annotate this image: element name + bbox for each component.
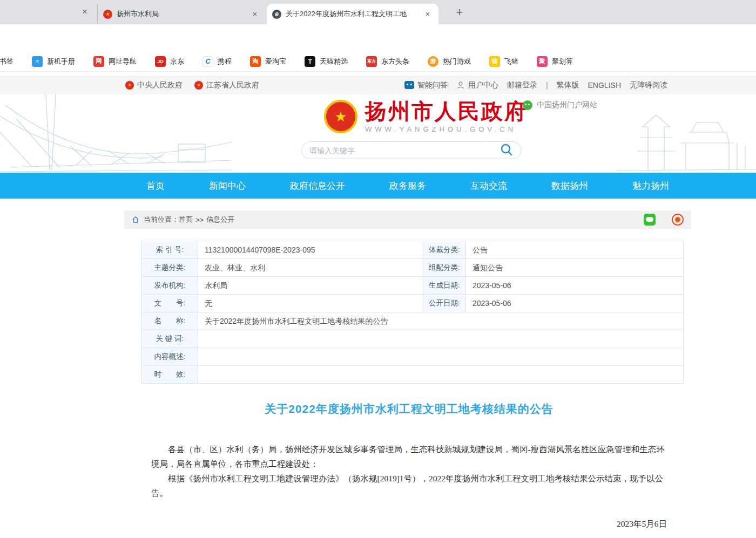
meta-label: 关 键 词: (142, 330, 198, 348)
share-wechat-icon[interactable] (644, 214, 656, 226)
browser-toolbar: 不安全 yangzhou.gov.cn/yzszxxgk/slj/202305/… (0, 24, 756, 51)
bookmark-jd[interactable]: JD 京东 (155, 56, 184, 67)
meta-value-index-number: 11321000014407098E-2023-095 (198, 241, 423, 259)
meta-value-title: 关于2022年度扬州市水利工程文明工地考核结果的公告 (198, 312, 684, 330)
breadcrumb-separator: >> (195, 216, 204, 224)
meta-value-keywords (198, 330, 684, 348)
bookmark-hot-games[interactable]: 游 热门游戏 (428, 56, 471, 67)
search-icon[interactable] (500, 142, 514, 159)
search-input[interactable] (309, 146, 500, 155)
new-tab-button[interactable]: + (451, 5, 468, 21)
nav-gov-info-disclosure[interactable]: 政府信息公开 (290, 180, 345, 192)
bookmark-juhuasuan[interactable]: 聚 聚划算 (537, 56, 573, 67)
link-label: 用户中心 (468, 80, 498, 90)
tmall-icon: T (305, 56, 315, 67)
link-label: 智能问答 (417, 80, 448, 90)
close-icon[interactable]: × (422, 9, 433, 19)
nav-data-yangzhou[interactable]: 数据扬州 (551, 180, 588, 192)
bookmark-aitaobao[interactable]: 淘 爱淘宝 (250, 56, 286, 67)
meta-value-group: 通知公告 (466, 259, 684, 277)
meta-value-public-date: 2023-05-06 (466, 295, 684, 312)
bookmark-label: 携程 (218, 57, 232, 66)
nav-interaction[interactable]: 互动交流 (470, 180, 507, 192)
bookmarks-bar: 机书签 ≡ 新机手册 网 网址导航 JD 京东 C 携程 淘 爱淘宝 T 天猫精… (0, 51, 756, 72)
meta-label: 名 称: (142, 312, 198, 330)
games-icon: 游 (428, 56, 438, 67)
meta-value-created-date: 2023-05-06 (466, 277, 684, 295)
taobao-icon: 淘 (250, 56, 261, 67)
pagoda-artwork (616, 94, 756, 173)
nav-news-center[interactable]: 新闻中心 (209, 180, 246, 192)
meta-value-validity (198, 366, 684, 384)
meta-label: 组配分类: (423, 259, 466, 277)
link-traditional-chinese[interactable]: 繁体版 (557, 80, 579, 90)
bookmark-label: 爱淘宝 (265, 57, 286, 66)
link-label: 无障碍阅读 (630, 80, 667, 90)
bookmark-label: 网址导航 (109, 57, 137, 66)
site-title: 扬州市人民政府 (365, 100, 528, 124)
meta-value-topic: 农业、林业、水利 (198, 259, 423, 277)
link-smart-qa[interactable]: 智能问答 (404, 80, 448, 90)
bookmark-label: 东方头条 (381, 57, 409, 66)
bookmark-xinji-manual[interactable]: ≡ 新机手册 (32, 56, 75, 67)
jd-icon: JD (155, 56, 166, 67)
table-row: 关 键 词: (142, 330, 683, 348)
meta-value-genre: 公告 (466, 241, 684, 259)
bookmark-ctrip[interactable]: C 携程 (202, 56, 232, 67)
bookmark-label: 飞猪 (504, 57, 518, 66)
bookmark-url-navigation[interactable]: 网 网址导航 (93, 56, 137, 67)
link-mail-login[interactable]: 邮箱登录 (507, 80, 537, 90)
tab-active-announcement[interactable]: e 关于2022年度扬州市水利工程文明工地 × (267, 4, 438, 24)
link-english[interactable]: ENGLISH (588, 81, 621, 90)
gov-emblem-favicon: ★ (103, 10, 112, 19)
link-user-center[interactable]: 用户中心 (456, 80, 498, 90)
fliggy-pig-icon: 猪 (489, 56, 500, 67)
bookmark-phone-bookmarks[interactable]: 机书签 (0, 57, 14, 66)
bookmark-label: 天猫精选 (320, 57, 348, 66)
link-jiangsu-government[interactable]: ★ 江苏省人民政府 (194, 80, 259, 90)
bookmark-fliggy[interactable]: 猪 飞猪 (489, 56, 518, 67)
close-icon[interactable]: × (79, 6, 91, 18)
portal-badge[interactable]: 中国扬州门户网站 (523, 100, 597, 110)
bookmark-label: 热门游戏 (443, 57, 471, 66)
nav-home[interactable]: 首页 (146, 180, 165, 192)
article-date: 2023年5月6日 (151, 516, 667, 531)
site-logo[interactable]: ★ 扬州市人民政府 WWW.YANGZHOU.GOV.CN (324, 100, 528, 133)
meta-label: 时 效: (142, 366, 198, 384)
juhuasuan-icon: 聚 (537, 56, 548, 67)
link-accessibility[interactable]: 无障碍阅读 (630, 80, 667, 90)
bookmark-label: 聚划算 (552, 57, 573, 66)
gov-topbar: ★ 中央人民政府 ★ 江苏省人民政府 智能问答 用户中心 邮箱登录 | 繁体版 (0, 76, 756, 94)
gov-emblem-icon: ★ (194, 81, 203, 90)
manual-icon: ≡ (32, 56, 43, 67)
site-header: ★ 扬州市人民政府 WWW.YANGZHOU.GOV.CN 中国扬州门户网站 (0, 94, 756, 173)
table-row: 索 引 号: 11321000014407098E-2023-095 体裁分类:… (142, 241, 683, 259)
user-icon (456, 81, 465, 90)
bookmark-eastday[interactable]: 东方 东方头条 (366, 56, 409, 67)
bookmark-tmall[interactable]: T 天猫精选 (305, 56, 348, 67)
table-row: 文 号: 无 公开日期: 2023-05-06 (142, 295, 683, 312)
breadcrumb-home-link[interactable]: 首页 (179, 215, 193, 224)
link-label: ENGLISH (588, 81, 621, 90)
close-icon[interactable]: × (249, 9, 260, 19)
breadcrumb: 当前位置： 首页 >> 信息公开 (124, 210, 691, 229)
bookmark-label: 机书签 (0, 57, 14, 66)
share-weibo-icon[interactable] (672, 214, 684, 226)
portal-label: 中国扬州门户网站 (537, 100, 597, 110)
nav-charming-yangzhou[interactable]: 魅力扬州 (632, 180, 669, 192)
tab-bar: × ★ 扬州市水利局 × e 关于2022年度扬州市水利工程文明工地 × + (0, 0, 756, 24)
breadcrumb-prefix: 当前位置： (144, 215, 179, 224)
bridge-artwork (0, 94, 232, 173)
breadcrumb-current[interactable]: 信息公开 (206, 215, 234, 224)
eastday-icon: 东方 (366, 56, 377, 67)
meta-label: 文 号: (142, 295, 198, 312)
tab-title: 扬州市水利局 (117, 9, 249, 19)
table-row: 时 效: (142, 366, 683, 384)
tab-yangzhou-water-bureau[interactable]: ★ 扬州市水利局 × (97, 4, 266, 24)
bookmark-label: 新机手册 (47, 57, 75, 66)
browser-e-favicon: e (272, 10, 281, 19)
link-central-government[interactable]: ★ 中央人民政府 (125, 80, 183, 90)
table-row: 主题分类: 农业、林业、水利 组配分类: 通知公告 (142, 259, 683, 277)
meta-label: 生成日期: (423, 277, 466, 295)
nav-gov-services[interactable]: 政务服务 (389, 180, 426, 192)
